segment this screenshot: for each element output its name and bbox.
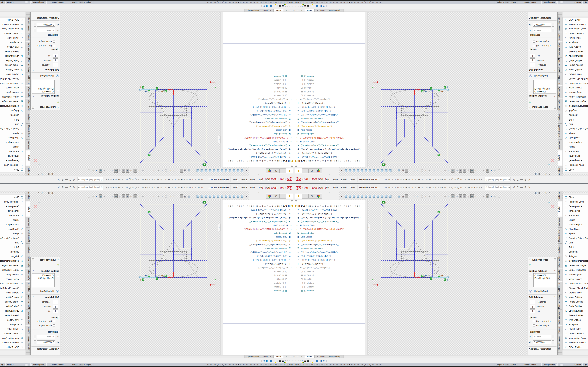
- sketch-menu-item[interactable]: ◖ Partial Ellipse: [563, 140, 588, 145]
- tree-row[interactable]: ☰ Material < not specified >: [294, 246, 365, 250]
- expand-caret-icon[interactable]: ▸: [290, 98, 291, 101]
- sketch-menu-item[interactable]: ◌ Perimeter Circle: [0, 200, 25, 204]
- tree-row-sketch[interactable]: ▢ (-) Sketch5: [294, 281, 365, 285]
- relations-listbox[interactable]: Collinear108Equal length109: [533, 273, 556, 287]
- ok-button[interactable]: ✔: [57, 263, 59, 267]
- titlebar-icon[interactable]: —: [63, 186, 68, 189]
- tree-row-sketch[interactable]: ▢ (-) Sketch1: [294, 269, 365, 273]
- display-toolbar-icon[interactable]: ▦: [279, 5, 281, 8]
- relation-button[interactable]: Ψ: [53, 309, 58, 313]
- menu-item[interactable]: File: [319, 186, 322, 189]
- checkbox[interactable]: [533, 41, 535, 43]
- toolbar-icon[interactable]: [373, 169, 375, 172]
- tree-row[interactable]: ▱ ◯∙◎✚◯✳◉|◯◦◯|◉✳◯✚◎∙◯: [294, 109, 365, 113]
- length-spinner[interactable]: ▴▾: [34, 29, 36, 32]
- angle-spinner[interactable]: ▴▾: [552, 341, 554, 344]
- sketch-menu-item[interactable]: ⇱ Copy Entities: [563, 291, 588, 295]
- toolbar-icon[interactable]: ◯: [164, 169, 168, 173]
- commandmanager-tab[interactable]: Mesh Modeling: [558, 294, 562, 310]
- toolbar-icon[interactable]: ▢: [87, 169, 91, 173]
- tree-row-sketch[interactable]: ▦ (-) Sketch2: [223, 90, 294, 94]
- tree-filter-row[interactable]: ▽: [294, 200, 365, 203]
- display-toolbar-icon[interactable]: ▰: [300, 5, 302, 8]
- toolbar-icon[interactable]: ≡: [436, 169, 439, 173]
- sketch-menu-item[interactable]: ◌ Perimeter Circle: [563, 163, 588, 167]
- tree-row[interactable]: ▸ ▣ Design Binder: [223, 223, 294, 227]
- commandmanager-tab[interactable]: Features: [558, 191, 562, 201]
- doc-window-control-icon[interactable]: ✕: [36, 173, 39, 175]
- tab-propertymanager[interactable]: ⦙: [279, 168, 286, 173]
- display-toolbar-icon[interactable]: ▣: [266, 359, 268, 362]
- commandmanager-tab[interactable]: Weldments: [558, 269, 562, 281]
- display-toolbar-icon[interactable]: |: [326, 5, 327, 8]
- toolbar-icon[interactable]: [225, 195, 227, 198]
- tab-displaymanager[interactable]: [266, 194, 273, 199]
- display-toolbar-icon[interactable]: ⇅: [277, 359, 279, 362]
- display-toolbar-icon[interactable]: ⌐: [275, 4, 276, 8]
- doc-window-control-icon[interactable]: ✕: [36, 192, 39, 194]
- tree-row[interactable]: ▸ ▰ ◯ƧƷƐИA∩∙◯◦◯∙∩AИƷƐƧ◯: [223, 98, 294, 101]
- commandmanager-tab[interactable]: Sketch: [26, 151, 30, 165]
- sketch-menu-item[interactable]: ╰ Fit Spline: [563, 40, 588, 45]
- sketch-menu-item[interactable]: ◯ Circle: [0, 167, 25, 172]
- sketch-menu-item[interactable]: ▣ Center Rectangle: [563, 263, 588, 268]
- toolbar-icon[interactable]: ∟: [137, 194, 141, 198]
- toolbar-icon[interactable]: ▱: [409, 194, 412, 198]
- tree-row[interactable]: ▱ ◯✚Ʒʒ◦♣◯✳◉|◯◦◯|◉✳◯♣◦ʒƷ✚◯: [223, 258, 294, 262]
- sketch-menu-item[interactable]: ⇲ Move Entities: [563, 295, 588, 300]
- collapse-icon[interactable]: ⌃: [33, 270, 34, 272]
- tab-configurationmanager[interactable]: ⊕: [309, 168, 315, 173]
- sketch-menu-item[interactable]: ◇ 3 Point Center Recta...: [0, 259, 25, 263]
- tree-row[interactable]: ▸ ▣ Design Binder: [294, 140, 365, 144]
- sketch-menu-item[interactable]: ○ Ellipse: [563, 218, 588, 222]
- toolbar-icon[interactable]: ▭: [416, 169, 420, 173]
- titlebar-icon[interactable]: ✕: [56, 186, 60, 189]
- tree-row[interactable]: ◉ ◯ƧS✚ƷƐƧS◯ИΝ◎◦✚ ƆCƷƐ∩ƷƐƧS◯ ◦ ◯ƧƷƐ∩ƷƐƆC✚…: [294, 148, 365, 151]
- toolbar-icon[interactable]: ✕: [160, 194, 164, 198]
- commandmanager-tab[interactable]: Direct Editing: [26, 228, 30, 244]
- toolbar-icon[interactable]: [229, 195, 231, 198]
- toolbar-icon[interactable]: [389, 195, 391, 198]
- display-toolbar-icon[interactable]: |: [273, 359, 273, 362]
- toolbar-icon[interactable]: ↩: [451, 194, 454, 198]
- sketch-menu-item[interactable]: ⊏ Offset Entities: [563, 345, 588, 350]
- options-header[interactable]: Options: [51, 48, 59, 51]
- toolbar-icon[interactable]: ✂: [141, 194, 145, 198]
- sketch-menu-item[interactable]: ▪ Point: [0, 245, 25, 250]
- titlebar-icon[interactable]: ◎: [513, 186, 517, 189]
- sketch-menu-item[interactable]: ▣ Center Rectangle: [0, 99, 25, 104]
- display-toolbar-icon[interactable]: ▦: [307, 359, 309, 362]
- toolbar-icon[interactable]: [385, 195, 388, 198]
- toolbar-icon[interactable]: [365, 195, 367, 198]
- titlebar-icon[interactable]: ?: [517, 186, 520, 189]
- display-toolbar-icon[interactable]: |: [315, 5, 315, 8]
- toolbar-icon[interactable]: ≡: [149, 169, 152, 173]
- search-icon[interactable]: ⌕: [81, 178, 82, 181]
- tab-featuremanager-tree[interactable]: ❖: [295, 194, 302, 199]
- toolbar-icon[interactable]: [369, 195, 371, 198]
- toolbar-icon[interactable]: ▯: [467, 169, 470, 173]
- display-toolbar-icon[interactable]: |: [273, 5, 273, 8]
- tree-row-sketch[interactable]: ▦ (-) Sketch6: [294, 289, 365, 292]
- toolbar-icon[interactable]: ⟲: [130, 169, 133, 173]
- tree-row-sketch[interactable]: ▢ (-) Sketch1: [223, 269, 294, 273]
- display-toolbar-icon[interactable]: ◔: [318, 359, 320, 362]
- toolbar-icon[interactable]: #: [110, 194, 114, 198]
- collapse-icon[interactable]: ⌃: [554, 69, 555, 71]
- toolbar-icon[interactable]: A: [157, 194, 160, 198]
- tree-filter-row[interactable]: ▽: [223, 200, 294, 203]
- length-input[interactable]: 10.88152731: [37, 335, 55, 338]
- display-toolbar-icon[interactable]: ▦: [307, 5, 309, 8]
- collapse-icon[interactable]: ⌃: [33, 296, 34, 298]
- menu-item[interactable]: Edit: [259, 186, 262, 189]
- toolbar-icon[interactable]: [229, 169, 231, 172]
- sketch-menu-item[interactable]: ✣ Circular Sketch Pattern: [0, 76, 25, 81]
- tree-row[interactable]: Σ ◯ƧSИ◎◦✚A∪ªƷƐ◯◦◯ƷƐª∪A✚◦◎ИƧS◯: [223, 121, 294, 125]
- sketch-menu-item[interactable]: ∿ Spline: [563, 131, 588, 136]
- tree-row[interactable]: ★ ◯ƧƷƐ✚◦♣◎ΛA Φ◯◦◯Φ AΛ◎♣◦✚ƷƐƧ◯: [294, 155, 365, 159]
- toolbar-icon[interactable]: ▨: [401, 169, 404, 173]
- additional-parameters-header[interactable]: Additional Parameters: [37, 17, 59, 19]
- titlebar-icon[interactable]: ?: [68, 178, 71, 181]
- menu-item[interactable]: Edit: [259, 178, 262, 181]
- toolbar-icon[interactable]: [205, 195, 207, 198]
